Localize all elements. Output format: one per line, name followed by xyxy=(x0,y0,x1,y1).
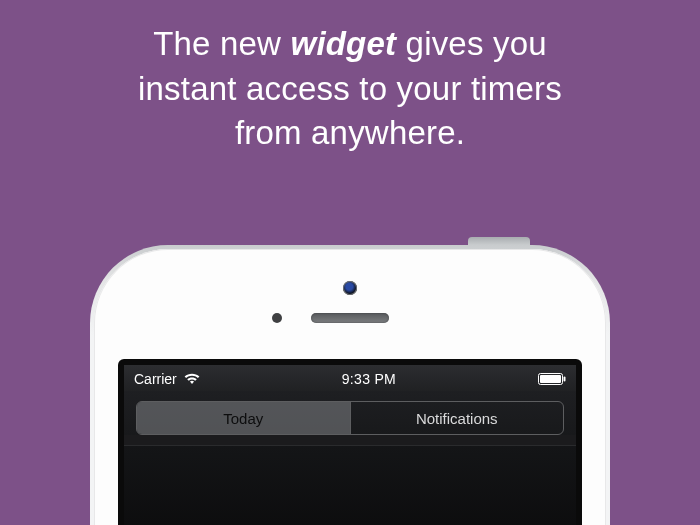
status-bar-time: 9:33 PM xyxy=(342,371,396,387)
tab-notifications[interactable]: Notifications xyxy=(350,402,564,434)
svg-rect-1 xyxy=(564,377,566,382)
status-bar-left: Carrier xyxy=(134,371,200,387)
headline-bold-word: widget xyxy=(291,25,397,62)
headline-pre: The new xyxy=(153,25,290,62)
front-camera-icon xyxy=(343,281,357,295)
proximity-sensor-icon xyxy=(272,313,282,323)
earpiece-speaker-icon xyxy=(311,313,389,323)
power-button xyxy=(468,237,530,245)
carrier-label: Carrier xyxy=(134,371,177,387)
tab-notifications-label: Notifications xyxy=(416,410,498,427)
segmented-control-wrap: Today Notifications xyxy=(124,391,576,435)
segmented-control[interactable]: Today Notifications xyxy=(136,401,564,435)
phone-frame-inner: Carrier 9:33 PM xyxy=(94,249,606,525)
status-bar-right xyxy=(538,373,566,385)
tab-today[interactable]: Today xyxy=(137,402,350,434)
phone-device: Carrier 9:33 PM xyxy=(90,245,610,525)
tab-today-label: Today xyxy=(223,410,263,427)
wifi-icon xyxy=(184,373,200,385)
svg-rect-2 xyxy=(540,375,561,383)
phone-screen: Carrier 9:33 PM xyxy=(124,365,576,525)
promo-headline: The new widget gives you instant access … xyxy=(0,0,700,156)
battery-icon xyxy=(538,373,566,385)
screen-bezel: Carrier 9:33 PM xyxy=(118,359,582,525)
phone-frame-outer: Carrier 9:33 PM xyxy=(90,245,610,525)
status-bar: Carrier 9:33 PM xyxy=(124,365,576,391)
notification-center-body xyxy=(124,445,576,525)
